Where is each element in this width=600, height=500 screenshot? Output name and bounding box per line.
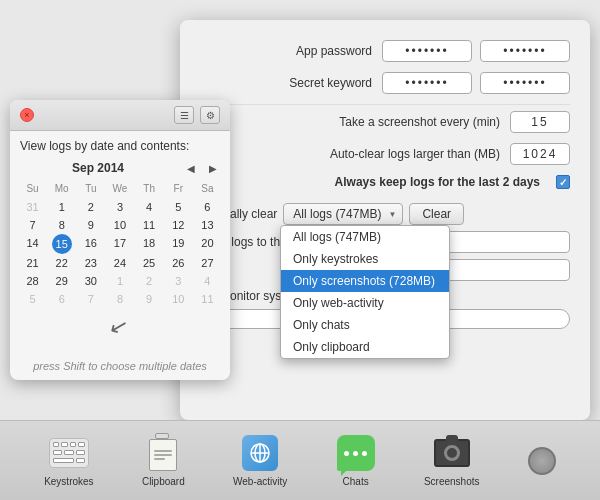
arrow-hint-area: ↙ [10, 316, 230, 356]
cal-cell[interactable]: 3 [164, 272, 193, 290]
app-password-input-2[interactable] [480, 40, 570, 62]
gear-icon[interactable]: ⚙ [200, 106, 220, 124]
cal-week-1: 31 1 2 3 4 5 6 [18, 198, 222, 216]
cal-cell[interactable]: 6 [193, 198, 222, 216]
clipboard-icon [143, 434, 183, 472]
dropdown-item-5[interactable]: Only clipboard [281, 336, 449, 358]
tab-keystrokes[interactable]: Keystrokes [44, 434, 93, 487]
cal-cell[interactable]: 9 [76, 216, 105, 234]
cal-cell[interactable]: 4 [135, 198, 164, 216]
tab-clipboard[interactable]: Clipboard [142, 434, 185, 487]
screenshot-circle [444, 445, 460, 461]
cal-cell[interactable]: 1 [47, 198, 76, 216]
web-activity-icon-shape [242, 435, 278, 471]
cal-today-cell[interactable]: 15 [52, 234, 72, 254]
tab-web-activity-label: Web-activity [233, 476, 287, 487]
dropdown-item-2[interactable]: Only screenshots (728MB) [281, 270, 449, 292]
month-label: Sep 2014 [20, 161, 176, 175]
settings-panel: App password Secret keyword Take a scree… [180, 20, 590, 420]
tab-chats[interactable]: Chats [336, 434, 376, 487]
next-month-button[interactable]: ▶ [206, 161, 220, 175]
dropdown-item-4[interactable]: Only chats [281, 314, 449, 336]
cal-cell[interactable]: 21 [18, 254, 47, 272]
chat-dot-2 [353, 451, 358, 456]
cal-cell[interactable]: 12 [164, 216, 193, 234]
screenshot-interval-input[interactable] [510, 111, 570, 133]
cal-cell[interactable]: 8 [105, 290, 134, 308]
chat-icon-shape [337, 435, 375, 471]
cal-cell[interactable]: 14 [18, 234, 47, 254]
cal-cell[interactable]: 24 [105, 254, 134, 272]
cal-week-3: 14 15 16 17 18 19 20 [18, 234, 222, 254]
app-password-label: App password [296, 44, 372, 58]
cal-cell[interactable]: 11 [193, 290, 222, 308]
screenshot-interval-row: Take a screenshot every (min) [200, 111, 570, 133]
dropdown-item-1[interactable]: Only keystrokes [281, 248, 449, 270]
dropdown-item-3[interactable]: Only web-activity [281, 292, 449, 314]
divider-1 [200, 104, 570, 105]
screenshot-icon-shape [434, 439, 470, 467]
cal-cell[interactable]: 22 [47, 254, 76, 272]
keep-logs-checkbox[interactable] [556, 175, 570, 189]
cal-cell[interactable]: 11 [135, 216, 164, 234]
cal-week-6: 5 6 7 8 9 10 11 [18, 290, 222, 308]
chat-dot-3 [362, 451, 367, 456]
dropdown-menu: All logs (747MB) Only keystrokes Only sc… [280, 225, 450, 359]
cal-cell[interactable]: 30 [76, 272, 105, 290]
cal-cell[interactable]: 4 [193, 272, 222, 290]
cal-cell[interactable]: 19 [164, 234, 193, 254]
cal-cell[interactable]: 17 [105, 234, 134, 254]
keep-logs-label: Always keep logs for the last 2 days [335, 175, 540, 189]
cal-cell[interactable]: 31 [18, 198, 47, 216]
cal-cell[interactable]: 16 [76, 234, 105, 254]
secret-keyword-input-2[interactable] [480, 72, 570, 94]
cal-cell[interactable]: 5 [164, 198, 193, 216]
cal-cell[interactable]: 28 [18, 272, 47, 290]
app-password-input-1[interactable] [382, 40, 472, 62]
cal-cell[interactable]: 2 [135, 272, 164, 290]
autoClear-input[interactable] [510, 143, 570, 165]
cal-cell[interactable]: 1 [105, 272, 134, 290]
clipboard-body [149, 439, 177, 471]
secret-keyword-input-1[interactable] [382, 72, 472, 94]
cal-cell[interactable]: 7 [76, 290, 105, 308]
app-password-row: App password [200, 40, 570, 62]
prev-month-button[interactable]: ◀ [184, 161, 198, 175]
cal-cell[interactable]: 2 [76, 198, 105, 216]
dow-sa: Sa [193, 181, 222, 196]
cal-cell[interactable]: 10 [164, 290, 193, 308]
cal-cell[interactable]: 10 [105, 216, 134, 234]
secret-keyword-inputs [382, 72, 570, 94]
calendar-toolbar: × ☰ ⚙ [10, 100, 230, 131]
cal-cell[interactable]: 29 [47, 272, 76, 290]
cal-cell[interactable]: 13 [193, 216, 222, 234]
cal-cell[interactable]: 3 [105, 198, 134, 216]
tab-screenshots-label: Screenshots [424, 476, 480, 487]
calendar-grid: Su Mo Tu We Th Fr Sa 31 1 2 3 4 5 6 7 8 … [10, 179, 230, 316]
clear-button[interactable]: Clear [409, 203, 464, 225]
tab-screenshots[interactable]: Screenshots [424, 434, 480, 487]
dow-fr: Fr [164, 181, 193, 196]
cal-cell[interactable]: 18 [135, 234, 164, 254]
cal-cell[interactable]: 8 [47, 216, 76, 234]
cal-cell[interactable]: 9 [135, 290, 164, 308]
cal-cell[interactable]: 7 [18, 216, 47, 234]
cal-cell[interactable]: 27 [193, 254, 222, 272]
manually-clear-dropdown[interactable]: All logs (747MB) [283, 203, 403, 225]
cal-cell[interactable]: 26 [164, 254, 193, 272]
tab-web-activity[interactable]: Web-activity [233, 434, 287, 487]
calendar-header-row: Su Mo Tu We Th Fr Sa [18, 181, 222, 196]
gray-circle-button[interactable] [528, 447, 556, 475]
web-activity-icon [240, 434, 280, 472]
cal-cell[interactable]: 6 [47, 290, 76, 308]
list-icon[interactable]: ☰ [174, 106, 194, 124]
cal-cell[interactable]: 23 [76, 254, 105, 272]
dropdown-item-0[interactable]: All logs (747MB) [281, 226, 449, 248]
toolbar-icons: ☰ ⚙ [174, 106, 220, 124]
calendar-header-text: View logs by date and contents: [10, 131, 230, 157]
cal-cell[interactable]: 5 [18, 290, 47, 308]
cal-cell[interactable]: 25 [135, 254, 164, 272]
cal-cell[interactable]: 20 [193, 234, 222, 254]
dow-we: We [105, 181, 134, 196]
close-button[interactable]: × [20, 108, 34, 122]
